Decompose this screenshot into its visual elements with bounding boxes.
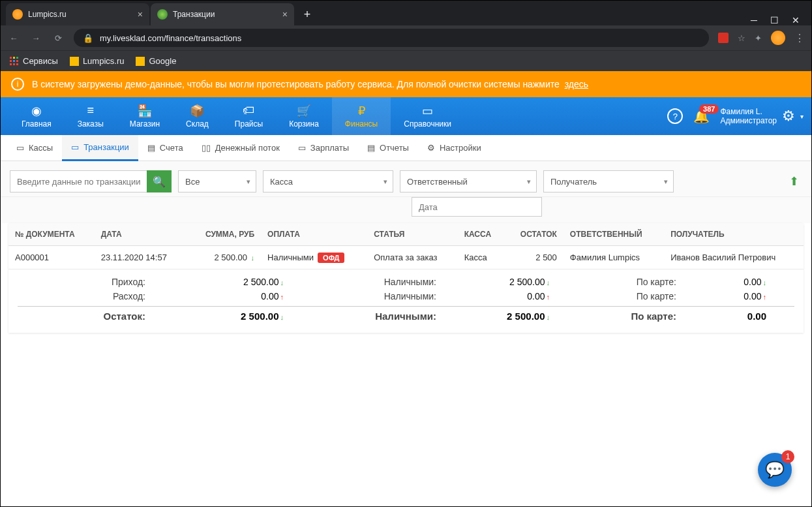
down-arrow-icon: ↓ — [251, 254, 255, 262]
profile-avatar[interactable] — [771, 31, 785, 45]
banner-text: В систему загружены демо-данные, чтобы в… — [32, 79, 588, 89]
th-date[interactable]: ДАТА — [95, 223, 188, 246]
down-arrow-icon: ↓ — [280, 313, 284, 321]
nav-shop[interactable]: 🏪Магазин — [117, 97, 173, 135]
tab-title: Транзакции — [173, 10, 215, 19]
back-button[interactable]: ← — [7, 31, 20, 44]
maximize-icon[interactable]: ☐ — [770, 15, 779, 25]
th-doc[interactable]: № ДОКУМЕНТА — [8, 223, 95, 246]
info-icon: i — [11, 78, 24, 91]
tab-transactions[interactable]: Транзакции × — [151, 3, 294, 25]
up-arrow-icon: ↑ — [763, 293, 767, 301]
up-arrow-icon: ↑ — [547, 293, 550, 301]
close-icon[interactable]: × — [138, 9, 143, 20]
close-icon[interactable]: × — [282, 9, 288, 20]
down-arrow-icon: ↓ — [547, 313, 550, 321]
bookmark-star-icon[interactable]: ☆ — [738, 33, 745, 43]
new-tab-button[interactable]: + — [298, 5, 316, 23]
notification-icon[interactable] — [718, 33, 729, 43]
subnav-transactions[interactable]: ▭Транзакции — [62, 135, 138, 161]
filter-kassa[interactable]: Касса — [263, 170, 393, 192]
nav-home[interactable]: ◉Главная — [8, 97, 65, 135]
bookmark-lumpics[interactable]: Lumpics.ru — [70, 56, 125, 66]
forward-button[interactable]: → — [29, 31, 42, 44]
nav-prices[interactable]: 🏷Прайсы — [222, 97, 276, 135]
down-arrow-icon: ↓ — [763, 279, 767, 286]
window-controls: ─ ☐ ✕ — [739, 15, 811, 25]
export-button[interactable]: ⬆ — [785, 173, 802, 190]
close-window-icon[interactable]: ✕ — [792, 15, 800, 25]
th-sum[interactable]: СУММА, РУБ — [188, 223, 261, 246]
minimize-icon[interactable]: ─ — [751, 15, 757, 25]
user-role: Администратор — [720, 116, 777, 125]
demo-banner: i В систему загружены демо-данные, чтобы… — [1, 71, 811, 97]
url-input[interactable]: 🔒 my.livesklad.com/finance/transactions — [74, 29, 709, 47]
notifications-button[interactable]: 🔔387 — [693, 108, 710, 124]
bookmark-services[interactable]: Сервисы — [10, 56, 58, 66]
table-row[interactable]: A000001 23.11.2020 14:57 2 500.00 ↓ Нали… — [8, 246, 804, 269]
book-icon: ▭ — [422, 104, 433, 117]
filter-recipient[interactable]: Получатель — [543, 170, 674, 192]
date-input[interactable] — [412, 197, 542, 217]
subnav-kassy[interactable]: ▭Кассы — [7, 135, 62, 161]
th-resp[interactable]: ОТВЕТСТВЕННЫЙ — [564, 223, 664, 246]
th-rest[interactable]: ОСТАТОК — [505, 223, 564, 246]
search-input[interactable] — [10, 170, 147, 192]
bookmark-google[interactable]: Google — [136, 56, 176, 66]
folder-icon — [70, 57, 79, 66]
nav-finance[interactable]: ₽Финансы — [332, 97, 391, 135]
summary-block: Приход: 2 500.00↓ Наличными: 2 500.00↓ П… — [8, 269, 804, 333]
tag-icon: 🏷 — [243, 104, 254, 117]
menu-icon[interactable]: ⋮ — [794, 32, 805, 44]
down-arrow-icon: ↓ — [547, 279, 550, 286]
tab-bar: Lumpics.ru × Транзакции × + ─ ☐ ✕ — [1, 1, 811, 25]
subnav-cashflow[interactable]: ▯▯Денежный поток — [192, 135, 289, 161]
orders-icon: ≡ — [87, 104, 94, 117]
sub-nav: ▭Кассы ▭Транзакции ▤Счета ▯▯Денежный пот… — [1, 135, 811, 161]
banner-link[interactable]: здесь — [565, 79, 588, 89]
nav-orders[interactable]: ≡Заказы — [65, 97, 117, 135]
search-button[interactable]: 🔍 — [147, 170, 172, 192]
wallet-icon: ▭ — [298, 143, 306, 153]
doc-icon: ▤ — [147, 143, 155, 153]
filter-bar: 🔍 Все Касса Ответственный Получатель ⬆ — [1, 161, 811, 197]
transactions-table: № ДОКУМЕНТА ДАТА СУММА, РУБ ОПЛАТА СТАТЬ… — [8, 223, 804, 269]
help-icon[interactable]: ? — [667, 108, 683, 124]
chat-button[interactable]: 💬 1 — [758, 453, 792, 487]
th-article[interactable]: СТАТЬЯ — [367, 223, 457, 246]
nav-warehouse[interactable]: 📦Склад — [173, 97, 222, 135]
th-kassa[interactable]: КАССА — [458, 223, 505, 246]
extensions-icon[interactable]: ✦ — [755, 33, 762, 43]
bookmarks-bar: Сервисы Lumpics.ru Google — [1, 50, 811, 71]
main-nav: ◉Главная ≡Заказы 🏪Магазин 📦Склад 🏷Прайсы… — [1, 97, 811, 135]
nav-refs[interactable]: ▭Справочники — [391, 97, 464, 135]
gear-icon: ⚙ — [782, 108, 795, 125]
th-pay[interactable]: ОПЛАТА — [261, 223, 367, 246]
chat-badge: 1 — [781, 450, 794, 463]
tab-lumpics[interactable]: Lumpics.ru × — [6, 3, 149, 25]
shop-icon: 🏪 — [138, 104, 152, 117]
box-icon: 📦 — [190, 104, 204, 117]
tab-title: Lumpics.ru — [28, 10, 67, 19]
url-text: my.livesklad.com/finance/transactions — [100, 33, 241, 43]
subnav-salary[interactable]: ▭Зарплаты — [289, 135, 358, 161]
settings-icon: ⚙ — [427, 143, 435, 153]
filter-all[interactable]: Все — [178, 170, 256, 192]
report-icon: ▤ — [367, 143, 375, 153]
ofd-badge: ОФД — [318, 253, 344, 263]
filter-responsible[interactable]: Ответственный — [400, 170, 537, 192]
user-name: Фамилия L. — [720, 107, 777, 116]
card-icon: ▭ — [71, 142, 79, 152]
th-recv[interactable]: ПОЛУЧАТЕЛЬ — [664, 223, 804, 246]
nav-cart[interactable]: 🛒Корзина — [276, 97, 332, 135]
subnav-accounts[interactable]: ▤Счета — [138, 135, 192, 161]
subnav-settings[interactable]: ⚙Настройки — [418, 135, 490, 161]
cash-icon: ▭ — [16, 143, 24, 153]
chart-icon: ▯▯ — [202, 143, 211, 153]
reload-button[interactable]: ⟳ — [52, 31, 65, 44]
apps-icon — [10, 57, 19, 66]
subnav-reports[interactable]: ▤Отчеты — [358, 135, 418, 161]
page-content: i В систему загружены демо-данные, чтобы… — [1, 71, 811, 506]
down-arrow-icon: ↓ — [280, 279, 284, 286]
user-menu[interactable]: Фамилия L. Администратор ⚙ ▾ — [720, 107, 804, 125]
